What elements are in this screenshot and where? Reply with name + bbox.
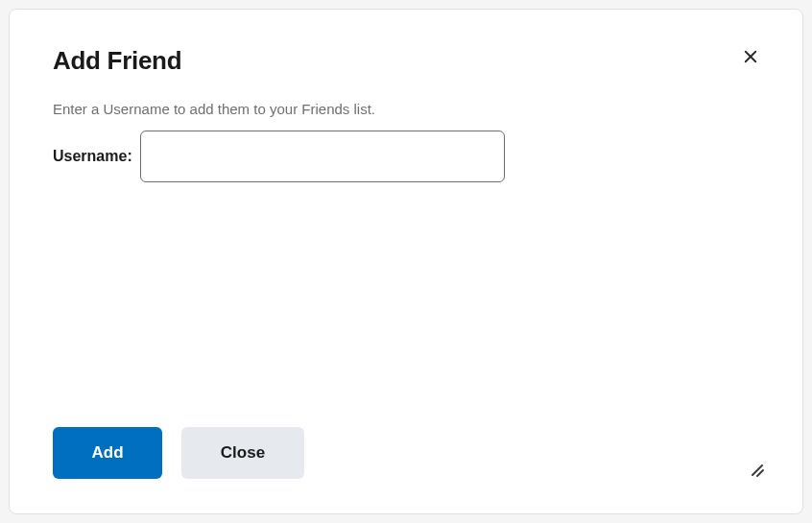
svg-line-3 (757, 470, 763, 476)
resize-handle-icon[interactable] (750, 463, 765, 482)
username-label: Username: (53, 148, 132, 165)
dialog-title: Add Friend (53, 46, 181, 76)
username-field-row: Username: (53, 131, 759, 182)
dialog-actions: Add Close (53, 427, 304, 479)
close-icon (742, 54, 759, 68)
add-friend-dialog: Add Friend Enter a Username to add them … (9, 9, 803, 514)
username-input[interactable] (140, 131, 505, 182)
add-button[interactable]: Add (53, 427, 162, 479)
instruction-text: Enter a Username to add them to your Fri… (53, 101, 759, 117)
close-button[interactable] (738, 44, 763, 72)
close-action-button[interactable]: Close (181, 427, 304, 479)
dialog-header: Add Friend (53, 46, 759, 76)
